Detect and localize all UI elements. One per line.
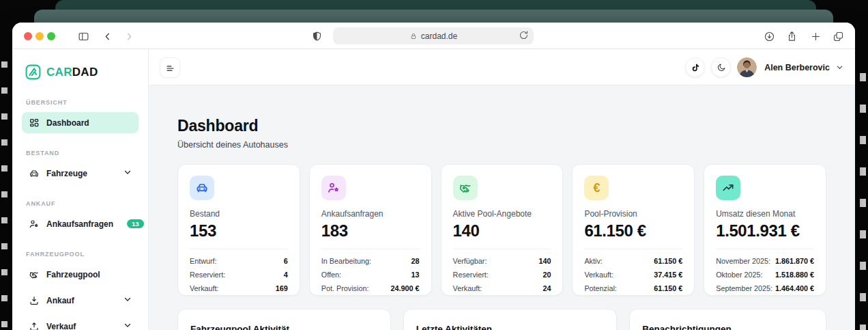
- stat-label: Aktive Pool-Angebote: [453, 209, 551, 219]
- app-header: Alen Berberovic: [149, 49, 855, 85]
- car-icon: [29, 168, 40, 179]
- app-shell: CARDAD ÜBERSICHT Dashboard BESTAND Fahrz…: [12, 49, 855, 330]
- stat-icon-wrap: [321, 176, 346, 200]
- stat-icon-wrap: [716, 176, 740, 200]
- background-dash-texture-left: [1, 61, 8, 330]
- sidebar-item-label: Ankaufsanfragen: [46, 219, 113, 229]
- sidebar-collapse-button[interactable]: [160, 57, 180, 78]
- brand-logo[interactable]: CARDAD: [25, 64, 139, 81]
- dashboard-grid-icon: [29, 118, 40, 128]
- handshake-icon: [29, 269, 40, 280]
- sidebar-item-dashboard[interactable]: Dashboard: [22, 112, 139, 133]
- panel-title: Fahrzeugpool Aktivität: [190, 324, 378, 330]
- dashboard-content: Dashboard Übersicht deines Autohauses Be…: [149, 85, 855, 330]
- brand-name: CARDAD: [46, 66, 98, 79]
- chevron-right-icon: [124, 31, 135, 42]
- page-subtitle: Übersicht deines Autohauses: [177, 140, 826, 150]
- stat-card-pool-provision: € Pool-Provision 61.150 € Aktiv:61.150 €…: [572, 164, 695, 296]
- sidebar-item-label: Ankauf: [46, 296, 74, 305]
- plus-icon: [810, 31, 822, 42]
- divider: [453, 249, 551, 249]
- dark-mode-toggle[interactable]: [711, 57, 731, 77]
- privacy-shield-button[interactable]: [309, 29, 324, 44]
- chevron-down-icon: [124, 168, 132, 176]
- stat-rows: In Bearbeitung:28 Offen:13 Pot. Provisio…: [321, 257, 420, 292]
- user-request-icon: [327, 181, 341, 195]
- zoom-window-button[interactable]: [47, 32, 55, 40]
- stat-label: Ankaufsanfragen: [321, 209, 420, 219]
- sidebar: CARDAD ÜBERSICHT Dashboard BESTAND Fahrz…: [12, 49, 149, 330]
- lock-icon: [409, 32, 418, 40]
- new-tab-button[interactable]: [808, 29, 823, 44]
- browser-window: cardad.de CARDAD ÜBERSICHT: [12, 23, 855, 330]
- chevron-down-icon: [124, 295, 132, 303]
- chevron-down-icon: [836, 64, 843, 71]
- sidebar-item-fahrzeuge[interactable]: Fahrzeuge: [22, 163, 139, 184]
- sidebar-item-label: Verkauf: [46, 322, 76, 330]
- sidebar-item-ankaufsanfragen[interactable]: Ankaufsanfragen 13: [22, 213, 139, 234]
- sidebar-item-verkauf[interactable]: Verkauf: [22, 316, 139, 330]
- stat-card-umsatz: Umsatz diesen Monat 1.501.931 € November…: [704, 164, 826, 296]
- main-area: Alen Berberovic Dashboard Übersicht dein…: [149, 49, 855, 330]
- url-text: cardad.de: [421, 31, 457, 41]
- download-icon: [29, 295, 40, 306]
- minimize-window-button[interactable]: [35, 32, 44, 40]
- moon-icon: [717, 63, 726, 72]
- background-dash-texture-right: [860, 61, 866, 330]
- downloads-button[interactable]: [762, 29, 777, 44]
- share-button[interactable]: [784, 29, 799, 44]
- car-icon: [195, 181, 209, 195]
- browser-sidebar-toggle-button[interactable]: [76, 29, 91, 44]
- divider: [716, 249, 814, 249]
- upload-icon: [29, 321, 40, 330]
- chevron-left-icon: [102, 31, 113, 42]
- panel-title: Benachrichtigungen: [642, 324, 813, 330]
- stat-card-ankaufsanfragen: Ankaufsanfragen 183 In Bearbeitung:28 Of…: [309, 164, 432, 296]
- stat-row: Verfügbar:140: [453, 257, 551, 265]
- divider: [584, 249, 682, 249]
- stat-icon-wrap: €: [584, 176, 609, 200]
- stat-row: September 2025:1.464.400 €: [716, 284, 814, 292]
- chevron-down-icon: [124, 321, 132, 329]
- menu-icon: [165, 63, 175, 73]
- handshake-icon: [459, 181, 472, 195]
- panel-letzte-aktivitaeten: Letzte Aktivitäten: [403, 309, 618, 330]
- stat-row: Potenzial:61.150 €: [584, 284, 682, 292]
- sidebar-item-label: Fahrzeuge: [46, 169, 87, 178]
- page-title: Dashboard: [177, 117, 826, 135]
- browser-back-button[interactable]: [100, 29, 115, 44]
- panel-title: Letzte Aktivitäten: [416, 324, 605, 330]
- user-request-icon: [29, 219, 40, 230]
- user-name[interactable]: Alen Berberovic: [764, 63, 830, 72]
- tab-overview-button[interactable]: [830, 29, 845, 44]
- stat-card-pool-angebote: Aktive Pool-Angebote 140 Verfügbar:140 R…: [441, 164, 564, 296]
- reload-button[interactable]: [519, 30, 529, 42]
- user-menu-chevron[interactable]: [836, 61, 843, 74]
- stat-card-bestand: Bestand 153 Entwurf:6 Reserviert:4 Verka…: [177, 164, 300, 296]
- share-icon: [786, 31, 798, 42]
- cardad-logo-icon: [25, 64, 42, 81]
- section-label-uebersicht: ÜBERSICHT: [26, 99, 139, 106]
- stat-value: 153: [190, 221, 288, 240]
- sidebar-item-label: Dashboard: [46, 118, 89, 128]
- browser-forward-button[interactable]: [121, 29, 136, 44]
- stat-row: Offen:13: [321, 271, 420, 279]
- stat-icon-wrap: [453, 176, 478, 200]
- stat-row: Aktiv:61.150 €: [584, 257, 682, 265]
- trending-up-icon: [721, 181, 735, 195]
- user-avatar[interactable]: [737, 57, 757, 77]
- stats-grid: Bestand 153 Entwurf:6 Reserviert:4 Verka…: [177, 164, 826, 296]
- tiktok-button[interactable]: [685, 57, 705, 77]
- sidebar-item-fahrzeugpool[interactable]: Fahrzeugpool: [22, 264, 139, 285]
- close-window-button[interactable]: [24, 32, 32, 40]
- euro-icon: €: [593, 181, 600, 195]
- download-circle-icon: [764, 31, 775, 42]
- address-bar[interactable]: cardad.de: [333, 27, 534, 44]
- stat-row: Reserviert:20: [453, 271, 551, 279]
- section-label-ankauf: ANKAUF: [26, 200, 139, 207]
- stat-icon-wrap: [190, 176, 214, 200]
- stat-label: Bestand: [190, 209, 288, 219]
- sidebar-item-pool-ankauf[interactable]: Ankauf: [22, 290, 139, 311]
- stat-row: November 2025:1.861.870 €: [716, 257, 814, 265]
- stat-value: 1.501.931 €: [716, 221, 814, 240]
